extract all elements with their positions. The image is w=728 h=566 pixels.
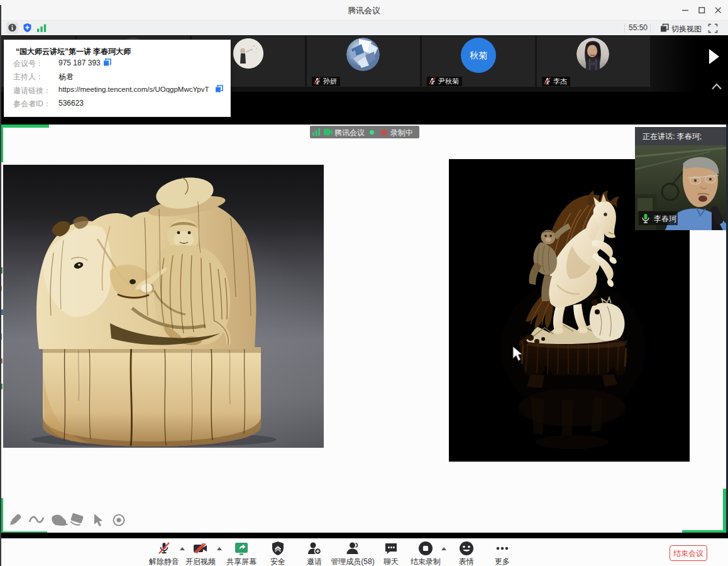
svg-text:李春珂: 李春珂 [654,214,677,223]
